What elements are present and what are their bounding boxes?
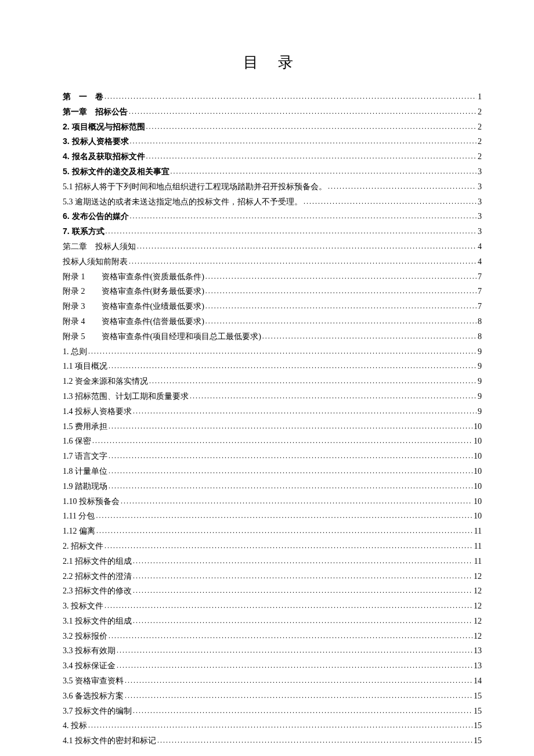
toc-entry-page: 14 [474, 674, 482, 688]
toc-entry: 3.3 投标有效期13 [63, 644, 482, 658]
toc-entry-page: 11 [474, 555, 482, 568]
toc-leader [205, 300, 477, 312]
toc-leader [106, 225, 477, 237]
toc-entry-label: 1.10 投标预备会 [63, 495, 120, 509]
toc-entry: 4. 报名及获取招标文件2 [63, 150, 482, 164]
toc-leader [96, 525, 473, 537]
toc-entry: 4.1 投标文件的密封和标记15 [63, 734, 482, 748]
toc-entry-page: 4 [478, 240, 482, 254]
toc-leader [109, 480, 472, 492]
toc-entry: 1.1 项目概况9 [63, 359, 482, 373]
toc-entry-label: 资格审查条件(资质最低条件) [102, 270, 204, 284]
toc-entry-label: 4. 投标 [63, 719, 87, 733]
toc-entry-label: 2. 项目概况与招标范围 [63, 120, 145, 134]
toc-entry-page: 8 [478, 315, 482, 329]
toc-entry: 3. 投标文件12 [63, 599, 482, 613]
toc-entry-label: 3.6 备选投标方案 [63, 689, 124, 703]
toc-entry: 3.7 投标文件的编制15 [63, 704, 482, 718]
toc-entry-label: 资格审查条件(信誉最低要求) [102, 315, 204, 329]
toc-leader [133, 705, 472, 717]
toc-entry-prefix: 附录 5 [63, 330, 85, 344]
toc-entry-label: 4.1 投标文件的密封和标记 [63, 734, 156, 748]
toc-entry-page: 2 [478, 105, 482, 119]
toc-entry-page: 4 [478, 255, 482, 269]
toc-entry-page: 13 [474, 659, 482, 673]
toc-entry-label: 1.11 分包 [63, 509, 95, 523]
toc-entry: 1.8 计量单位10 [63, 465, 482, 478]
toc-entry: 3.6 备选投标方案15 [63, 689, 482, 703]
toc-entry-page: 7 [478, 285, 482, 298]
toc-leader [104, 540, 473, 552]
toc-entry-label: 3. 投标人资格要求 [63, 135, 129, 149]
toc-entry-label: 5.3 逾期送达的或者未送达指定地点的投标文件，招标人不予受理。 [63, 195, 302, 209]
toc-entry: 4. 投标15 [63, 719, 482, 733]
toc-leader [137, 240, 477, 252]
toc-entry-label: 5. 投标文件的递交及相关事宜 [63, 165, 169, 179]
toc-entry: 1.10 投标预备会10 [63, 495, 482, 509]
toc-entry: 1.7 语言文字10 [63, 449, 482, 463]
toc-leader [328, 181, 477, 192]
toc-entries: 第 一 卷1第一章 招标公告22. 项目概况与招标范围23. 投标人资格要求24… [63, 90, 482, 748]
toc-leader [92, 435, 472, 447]
toc-entry-label: 资格审查条件(项目经理和项目总工最低要求) [102, 330, 261, 344]
toc-entry-page: 9 [478, 405, 482, 419]
toc-entry-page: 9 [478, 345, 482, 359]
toc-entry: 2. 招标文件11 [63, 539, 482, 553]
toc-entry-page: 3 [478, 165, 482, 179]
toc-leader [109, 630, 472, 642]
toc-entry-page: 3 [478, 180, 482, 194]
toc-entry: 1. 总则9 [63, 345, 482, 359]
toc-entry-page: 10 [474, 495, 482, 509]
toc-leader [129, 106, 477, 117]
toc-entry-page: 12 [474, 570, 482, 584]
toc-entry-label: 3. 投标文件 [63, 599, 103, 613]
toc-entry-page: 12 [474, 629, 482, 643]
toc-entry-page: 12 [474, 599, 482, 613]
toc-entry: 3.4 投标保证金13 [63, 659, 482, 673]
toc-entry: 2.1 招标文件的组成11 [63, 555, 482, 568]
toc-entry-page: 15 [474, 734, 482, 748]
toc-leader [133, 555, 473, 567]
toc-entry: 7. 联系方式3 [63, 225, 482, 239]
toc-leader [109, 450, 472, 462]
toc-entry-page: 9 [478, 375, 482, 388]
toc-entry-label: 2.2 招标文件的澄清 [63, 570, 132, 584]
toc-leader [130, 210, 477, 222]
toc-entry-prefix: 附录 1 [63, 270, 85, 284]
toc-entry-label: 1. 总则 [63, 345, 87, 359]
toc-leader [109, 420, 472, 432]
toc-entry: 第一章 招标公告2 [63, 105, 482, 119]
toc-entry-page: 8 [478, 330, 482, 344]
toc-entry-label: 1.5 费用承担 [63, 420, 107, 434]
toc-entry-label: 3.4 投标保证金 [63, 659, 116, 673]
toc-entry-page: 9 [478, 359, 482, 373]
toc-leader [129, 255, 477, 267]
toc-leader [190, 390, 477, 402]
toc-entry-page: 2 [478, 120, 482, 134]
toc-entry: 5. 投标文件的递交及相关事宜3 [63, 165, 482, 179]
toc-leader [96, 510, 472, 521]
toc-entry-label: 3.1 投标文件的组成 [63, 614, 132, 628]
toc-entry-label: 2.3 招标文件的修改 [63, 584, 132, 598]
toc-entry-label: 3.7 投标文件的编制 [63, 704, 132, 718]
toc-entry-page: 3 [478, 225, 482, 239]
toc-leader [171, 165, 477, 177]
toc-entry: 1.9 踏勘现场10 [63, 480, 482, 494]
toc-entry-label: 1.12 偏离 [63, 524, 95, 538]
toc-entry-page: 10 [474, 449, 482, 463]
toc-entry-page: 10 [474, 420, 482, 434]
toc-entry-label: 3.2 投标报价 [63, 629, 107, 643]
toc-entry-page: 7 [478, 300, 482, 314]
toc-entry: 1.2 资金来源和落实情况9 [63, 375, 482, 388]
toc-entry: 第 一 卷1 [63, 90, 482, 104]
toc-leader [133, 405, 477, 417]
toc-leader [109, 465, 472, 477]
toc-entry-page: 10 [474, 509, 482, 523]
toc-leader [125, 690, 472, 701]
toc-entry-page: 2 [478, 135, 482, 149]
toc-entry: 投标人须知前附表4 [63, 255, 482, 269]
toc-leader [157, 735, 472, 746]
toc-entry-label: 第二章 投标人须知 [63, 240, 136, 254]
toc-entry-page: 7 [478, 270, 482, 284]
toc-entry-label: 4. 报名及获取招标文件 [63, 150, 145, 164]
